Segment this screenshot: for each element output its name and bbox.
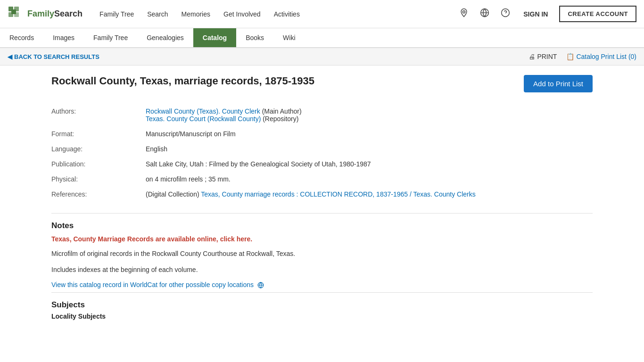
top-navigation: FamilySearch Family Tree Search Memories…	[0, 0, 644, 28]
publication-value: Salt Lake City, Utah : Filmed by the Gen…	[146, 156, 593, 172]
authors-value: Rockwall County (Texas). County Clerk (M…	[146, 104, 593, 126]
logo-icon	[8, 6, 25, 23]
subnav-family-tree[interactable]: Family Tree	[84, 28, 137, 47]
print-label: PRINT	[537, 53, 557, 60]
back-chevron-icon: ◀	[8, 53, 12, 60]
record-title: Rockwall County, Texas, marriage records…	[51, 75, 314, 87]
location-icon	[459, 8, 469, 17]
sign-in-button[interactable]: SIGN IN	[520, 8, 552, 20]
nav-get-involved[interactable]: Get Involved	[218, 7, 266, 22]
references-value: (Digital Collection) Texas, County marri…	[146, 187, 593, 202]
main-nav: Family Tree Search Memories Get Involved…	[94, 7, 457, 22]
catalog-print-label: Catalog Print List (0)	[576, 53, 636, 60]
back-bar-actions: 🖨 PRINT 📋 Catalog Print List (0)	[528, 53, 636, 60]
catalog-print-link[interactable]: 📋 Catalog Print List (0)	[566, 53, 636, 60]
help-icon	[501, 8, 510, 17]
record-details-table: Authors: Rockwall County (Texas). County…	[51, 104, 593, 202]
back-bar: ◀ BACK TO SEARCH RESULTS 🖨 PRINT 📋 Catal…	[0, 48, 644, 66]
subnav-records[interactable]: Records	[0, 28, 43, 47]
authors-label: Authors:	[51, 104, 146, 126]
publication-row: Publication: Salt Lake City, Utah : Film…	[51, 156, 593, 172]
author1-link[interactable]: Rockwall County (Texas). County Clerk	[146, 107, 260, 115]
print-link[interactable]: 🖨 PRINT	[528, 53, 557, 60]
subnav-wiki[interactable]: Wiki	[273, 28, 305, 47]
nav-family-tree[interactable]: Family Tree	[94, 7, 140, 22]
section-divider-1	[51, 213, 593, 214]
nav-activities[interactable]: Activities	[268, 7, 305, 22]
language-label: Language:	[51, 141, 146, 156]
logo-link[interactable]: FamilySearch	[8, 6, 83, 23]
worldcat-globe-icon	[257, 282, 264, 288]
back-to-search-link[interactable]: ◀ BACK TO SEARCH RESULTS	[8, 53, 99, 60]
top-nav-right: SIGN IN CREATE ACCOUNT	[457, 6, 636, 22]
author2-suffix: (Repository)	[261, 115, 298, 123]
subnav-catalog[interactable]: Catalog	[193, 28, 236, 47]
help-icon-button[interactable]	[499, 6, 512, 22]
sub-navigation: Records Images Family Tree Genealogies C…	[0, 28, 644, 48]
print-icon: 🖨	[528, 53, 535, 60]
notes-section: Notes Texas, County Marriage Records are…	[51, 221, 593, 288]
nav-search[interactable]: Search	[141, 7, 173, 22]
subnav-images[interactable]: Images	[43, 28, 84, 47]
subnav-genealogies[interactable]: Genealogies	[137, 28, 193, 47]
logo-text: FamilySearch	[27, 9, 83, 19]
references-label: References:	[51, 187, 146, 202]
worldcat-link[interactable]: View this catalog record in WorldCat for…	[51, 281, 264, 288]
physical-value: on 4 microfilm reels ; 35 mm.	[146, 172, 593, 187]
main-content: Rockwall County, Texas, marriage records…	[44, 66, 600, 329]
svg-point-5	[463, 11, 465, 13]
online-availability-link[interactable]: Texas, County Marriage Records are avail…	[51, 235, 252, 243]
references-link[interactable]: Texas, County marriage records : COLLECT…	[201, 190, 476, 198]
format-label: Format:	[51, 126, 146, 141]
svg-rect-4	[11, 9, 16, 14]
section-divider-2	[51, 292, 593, 293]
subjects-title: Subjects	[51, 300, 593, 310]
physical-row: Physical: on 4 microfilm reels ; 35 mm.	[51, 172, 593, 187]
globe-icon	[480, 8, 489, 17]
format-value: Manuscript/Manuscript on Film	[146, 126, 593, 141]
subjects-section: Subjects Locality Subjects	[51, 300, 593, 320]
authors-row: Authors: Rockwall County (Texas). County…	[51, 104, 593, 126]
references-prefix: (Digital Collection)	[146, 190, 201, 198]
add-to-print-list-button[interactable]: Add to Print List	[524, 75, 593, 92]
notes-title: Notes	[51, 221, 593, 230]
notes-text-2: Includes indexes at the beginning of eac…	[51, 264, 593, 275]
publication-label: Publication:	[51, 156, 146, 172]
locality-subjects-title: Locality Subjects	[51, 313, 593, 320]
worldcat-link-text: View this catalog record in WorldCat for…	[51, 281, 254, 288]
author1-suffix: (Main Author)	[260, 107, 302, 115]
create-account-button[interactable]: CREATE ACCOUNT	[559, 6, 636, 22]
catalog-print-icon: 📋	[566, 53, 574, 60]
language-value: English	[146, 141, 593, 156]
subnav-books[interactable]: Books	[236, 28, 273, 47]
record-header: Rockwall County, Texas, marriage records…	[51, 75, 593, 92]
format-row: Format: Manuscript/Manuscript on Film	[51, 126, 593, 141]
author2-link[interactable]: Texas. County Court (Rockwall County)	[146, 115, 261, 123]
nav-memories[interactable]: Memories	[176, 7, 216, 22]
physical-label: Physical:	[51, 172, 146, 187]
back-label: BACK TO SEARCH RESULTS	[14, 53, 99, 60]
globe-icon-button[interactable]	[478, 6, 491, 22]
references-row: References: (Digital Collection) Texas, …	[51, 187, 593, 202]
language-row: Language: English	[51, 141, 593, 156]
location-icon-button[interactable]	[457, 6, 471, 22]
notes-text-1: Microfilm of original records in the Roc…	[51, 248, 593, 259]
